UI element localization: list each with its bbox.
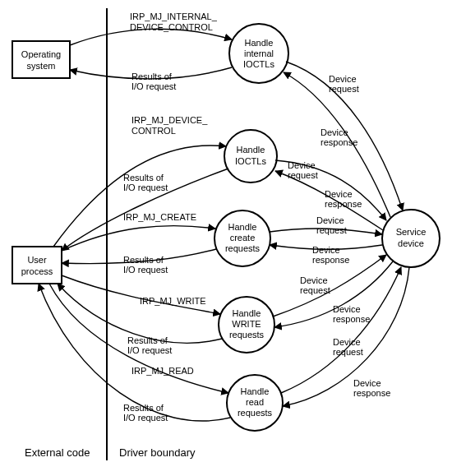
devres-ioc-2: response xyxy=(325,199,362,209)
external-code-label: External code xyxy=(25,446,90,459)
user-process-node: User process xyxy=(12,247,62,284)
svg-text:IOCTLs: IOCTLs xyxy=(235,156,266,166)
handle-read-requests-node: Handle read requests xyxy=(227,375,283,431)
svg-rect-3 xyxy=(12,247,62,284)
driver-boundary-label: Driver boundary xyxy=(119,446,196,459)
svg-text:Handle: Handle xyxy=(237,145,265,155)
svg-text:requests: requests xyxy=(238,408,273,418)
results-ioctl-1: Results of xyxy=(123,173,164,183)
arrow-user-to-ioctl xyxy=(53,146,226,247)
results-internal-2: I/O request xyxy=(131,81,176,91)
svg-text:User: User xyxy=(27,255,47,265)
svg-text:Operating: Operating xyxy=(21,49,61,59)
devreq-wri-1: Device xyxy=(300,275,328,285)
svg-text:process: process xyxy=(21,266,53,276)
devreq-cre-1: Device xyxy=(316,215,344,225)
irp-internal-label-2: DEVICE_CONTROL xyxy=(130,22,213,32)
devreq-cre-2: request xyxy=(316,225,347,235)
arrow-write-to-user xyxy=(58,284,222,343)
devres-int-2: response xyxy=(321,137,357,147)
devres-ioc-1: Device xyxy=(325,189,353,199)
results-create-1: Results of xyxy=(123,255,164,265)
irp-ioctl-label-1: IRP_MJ_DEVICE_ xyxy=(131,115,208,125)
svg-text:create: create xyxy=(230,233,256,243)
devreq-rea-2: request xyxy=(333,347,363,357)
devreq-wri-2: request xyxy=(300,285,330,295)
svg-text:read: read xyxy=(246,397,264,407)
handle-internal-ioctls-node: Handle internal IOCTLs xyxy=(229,24,288,83)
irp-ioctl-label-2: CONTROL xyxy=(131,126,176,136)
devreq-int-2: request xyxy=(329,84,359,94)
devreq-rea-1: Device xyxy=(333,337,361,347)
results-read-2: I/O request xyxy=(123,413,168,423)
results-write-2: I/O request xyxy=(127,345,172,355)
arrow-user-to-create xyxy=(62,226,215,251)
devres-int-1: Device xyxy=(321,127,348,137)
svg-text:IOCTLs: IOCTLs xyxy=(243,59,274,69)
irp-read-label: IRP_MJ_READ xyxy=(131,366,194,376)
results-write-1: Results of xyxy=(127,335,168,345)
devres-rea-2: response xyxy=(353,388,390,398)
results-internal-1: Results of xyxy=(131,72,173,81)
svg-text:Handle: Handle xyxy=(233,308,261,318)
devres-rea-1: Device xyxy=(353,378,381,388)
svg-text:requests: requests xyxy=(229,330,265,340)
operating-system-node: Operating system xyxy=(12,41,70,78)
service-device-node: Service device xyxy=(382,210,440,267)
devres-wri-1: Device xyxy=(333,304,361,314)
arrow-read-to-svc xyxy=(281,267,401,393)
results-ioctl-2: I/O request xyxy=(123,183,168,192)
svg-text:device: device xyxy=(398,238,424,248)
svg-text:internal: internal xyxy=(244,49,274,58)
svg-rect-0 xyxy=(12,41,70,78)
handle-create-requests-node: Handle create requests xyxy=(214,210,270,266)
irp-write-label: IRP_MJ_WRITE xyxy=(140,296,206,306)
devres-cre-2: response xyxy=(312,255,349,265)
svg-text:Handle: Handle xyxy=(241,386,270,396)
devres-wri-2: response xyxy=(333,314,370,324)
handle-ioctls-node: Handle IOCTLs xyxy=(224,130,277,183)
results-create-2: I/O request xyxy=(123,265,168,275)
devreq-int-1: Device xyxy=(329,74,357,84)
svg-text:Handle: Handle xyxy=(245,38,274,48)
svg-text:requests: requests xyxy=(225,243,261,253)
results-read-1: Results of xyxy=(123,403,164,413)
devreq-ioc-1: Device xyxy=(288,160,316,170)
devres-cre-1: Device xyxy=(312,245,340,255)
svg-text:Service: Service xyxy=(396,227,427,237)
svg-text:WRITE: WRITE xyxy=(232,319,261,329)
svg-text:Handle: Handle xyxy=(228,222,257,232)
handle-write-requests-node: Handle WRITE requests xyxy=(219,297,274,353)
svg-text:system: system xyxy=(27,61,56,71)
irp-internal-label-1: IRP_MJ_INTERNAL_ xyxy=(130,12,218,21)
irp-create-label: IRP_MJ_CREATE xyxy=(123,212,196,222)
